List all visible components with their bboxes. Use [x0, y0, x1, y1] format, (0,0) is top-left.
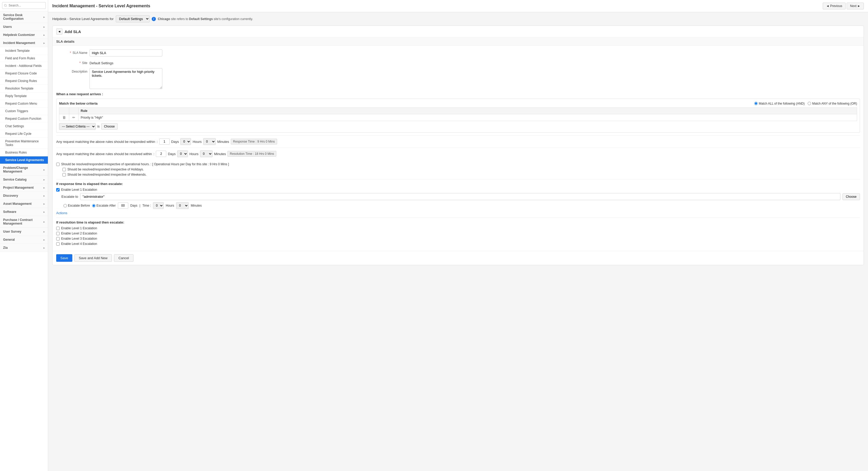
- respond-within-row: Any request matching the above rules sho…: [56, 135, 860, 148]
- match-any-label[interactable]: Match ANY of the following (OR): [808, 102, 857, 105]
- enable-level1-resolution-checkbox[interactable]: [56, 227, 60, 230]
- escalate-choose-button[interactable]: Choose: [842, 193, 860, 200]
- sidebar-subitem-label-reply-template: Reply Template: [5, 94, 27, 98]
- escalate-before-radio[interactable]: [63, 204, 67, 208]
- edit-icon[interactable]: ✏: [71, 115, 76, 120]
- delete-icon[interactable]: 🗑: [61, 115, 67, 120]
- form-card-header: ◄ Add SLA: [53, 26, 864, 37]
- sla-name-input[interactable]: [90, 50, 162, 57]
- sidebar-item-discovery[interactable]: Discovery▸: [0, 192, 48, 200]
- next-button[interactable]: Next ►: [847, 3, 864, 9]
- sidebar-item-helpdesk-customizer[interactable]: Helpdesk Customizer▸: [0, 31, 48, 39]
- holidays-checkbox[interactable]: [62, 168, 66, 171]
- sidebar-subitem-reply-template[interactable]: Reply Template: [0, 92, 48, 100]
- sidebar-item-purchase-contract[interactable]: Purchase / Contract Management▸: [0, 216, 48, 228]
- holidays-row: Should be resolved/responded irrespectiv…: [62, 167, 860, 171]
- main-header: Incident Management - Service Level Agre…: [48, 0, 868, 12]
- sidebar-subitem-request-closure-code[interactable]: Request Closure Code: [0, 70, 48, 77]
- actions-link[interactable]: Actions: [56, 211, 67, 215]
- site-row: * Site Default Settings: [56, 60, 860, 65]
- sla-name-row: * SLA Name: [56, 50, 860, 57]
- weekends-checkbox[interactable]: [62, 173, 66, 177]
- resolve-time-badge: Resolution Time : 18 Hrs 0 Mins: [227, 151, 276, 157]
- search-input[interactable]: [2, 2, 46, 9]
- form-body: * SLA Name * Site Default Settings Descr…: [53, 46, 864, 251]
- description-row: Description Service Level Agreements for…: [56, 68, 860, 89]
- resolve-hours-select[interactable]: 0123: [177, 150, 188, 157]
- sidebar-subitem-request-custom-menu[interactable]: Request Custom Menu: [0, 100, 48, 107]
- sidebar-subitem-custom-triggers[interactable]: Custom Triggers: [0, 107, 48, 115]
- save-and-add-new-button[interactable]: Save and Add New: [74, 254, 112, 262]
- enable-level3-resolution-checkbox[interactable]: [56, 237, 60, 241]
- sidebar-subitem-chat-settings[interactable]: Chat Settings: [0, 123, 48, 130]
- operational-hours-checkbox[interactable]: [56, 163, 60, 166]
- sidebar-subitem-request-life-cycle[interactable]: Request Life Cycle: [0, 130, 48, 138]
- enable-level3-resolution-row: Enable Level 3 Escalation: [56, 237, 860, 241]
- criteria-delete-icon[interactable]: 🗑: [59, 114, 69, 121]
- save-button[interactable]: Save: [56, 254, 72, 262]
- form-footer: Save Save and Add New Cancel: [53, 251, 864, 265]
- escalate-before-label[interactable]: Escalate Before: [63, 204, 90, 208]
- cancel-button[interactable]: Cancel: [114, 254, 133, 262]
- sidebar-subitem-label-chat-settings: Chat Settings: [5, 124, 24, 128]
- resolve-minutes-select[interactable]: 0153045: [200, 150, 213, 157]
- sidebar-subitem-field-form-rules[interactable]: Field and Form Rules: [0, 55, 48, 62]
- match-all-label[interactable]: Match ALL of the following (AND): [754, 102, 805, 105]
- respond-label: Any request matching the above rules sho…: [56, 140, 155, 144]
- sidebar-item-asset-management[interactable]: Asset Management▸: [0, 200, 48, 208]
- sidebar-subitem-incident-additional-fields[interactable]: Incident - Additional Fields: [0, 62, 48, 70]
- description-textarea[interactable]: Service Level Agreements for high priori…: [90, 68, 162, 89]
- sidebar-subitem-request-closing-rules[interactable]: Request Closing Rules: [0, 77, 48, 85]
- sidebar-subitem-incident-template[interactable]: Incident Template: [0, 47, 48, 55]
- sidebar-item-service-catalog[interactable]: Service Catalog▸: [0, 176, 48, 184]
- sidebar-item-users[interactable]: Users▸: [0, 23, 48, 31]
- sidebar-item-label-service-desk-config: Service Desk Configuration: [3, 13, 43, 21]
- sidebar-item-label-project-management: Project Management: [3, 186, 34, 189]
- chevron-icon: ▸: [43, 186, 45, 189]
- respond-days-input[interactable]: [159, 138, 169, 145]
- enable-level2-resolution-row: Enable Level 2 Escalation: [56, 231, 860, 235]
- criteria-edit-icon[interactable]: ✏: [69, 114, 79, 121]
- escalate-hours-select[interactable]: 012: [153, 202, 164, 209]
- chevron-icon: ▸: [43, 168, 45, 171]
- sidebar-item-software[interactable]: Software▸: [0, 208, 48, 216]
- sidebar-item-label-service-catalog: Service Catalog: [3, 178, 27, 181]
- enable-level4-resolution-checkbox[interactable]: [56, 242, 60, 246]
- sidebar-item-service-desk-config[interactable]: Service Desk Configuration▸: [0, 11, 48, 23]
- sidebar-item-problem-change-management[interactable]: Problem/Change Management▸: [0, 164, 48, 176]
- site-dropdown[interactable]: Default Settings: [116, 15, 150, 22]
- sidebar-item-user-survey[interactable]: User Survey▸: [0, 228, 48, 236]
- sla-name-required-indicator: *: [70, 51, 71, 55]
- sidebar-subitem-business-rules[interactable]: Business Rules: [0, 149, 48, 156]
- escalate-days-input[interactable]: [118, 202, 128, 209]
- enable-level1-response-checkbox[interactable]: [56, 188, 60, 191]
- resolve-days-input[interactable]: [156, 151, 166, 157]
- sidebar-item-label-general: General: [3, 238, 15, 242]
- enable-level3-resolution-label: Enable Level 3 Escalation: [61, 237, 97, 241]
- sidebar-subitem-resolution-template[interactable]: Resolution Template: [0, 85, 48, 92]
- match-all-radio[interactable]: [754, 102, 758, 105]
- chevron-icon: ▸: [43, 26, 45, 28]
- escalate-to-input[interactable]: [80, 193, 840, 200]
- sidebar-item-project-management[interactable]: Project Management▸: [0, 184, 48, 192]
- enable-level2-resolution-checkbox[interactable]: [56, 232, 60, 235]
- sidebar-item-zia[interactable]: Zia▸: [0, 244, 48, 252]
- back-button[interactable]: ◄: [56, 28, 62, 35]
- sidebar-subitem-preventive-maintenance-tasks[interactable]: Preventive Maintenance Tasks: [0, 138, 48, 149]
- sidebar-subitem-service-level-agreements[interactable]: Service Level Agreements: [0, 156, 48, 164]
- respond-hours-select[interactable]: 0123: [180, 138, 191, 145]
- select-criteria-dropdown[interactable]: --- Select Criteria ---: [59, 123, 96, 130]
- sidebar-subitem-request-custom-function[interactable]: Request Custom Function: [0, 115, 48, 123]
- choose-button[interactable]: Choose: [101, 123, 118, 130]
- escalate-after-label[interactable]: Escalate After: [92, 204, 116, 208]
- sidebar-item-incident-management[interactable]: Incident Management▸: [0, 39, 48, 47]
- sla-details-section-title: SLA details: [53, 37, 864, 46]
- sidebar-item-label-asset-management: Asset Management: [3, 202, 31, 206]
- enable-level1-response-label: Enable Level 1 Escalation: [61, 188, 97, 191]
- respond-minutes-select[interactable]: 0153045: [203, 138, 216, 145]
- escalate-minutes-select[interactable]: 01530: [176, 202, 189, 209]
- escalate-after-radio[interactable]: [92, 204, 95, 208]
- sidebar-item-general[interactable]: General▸: [0, 236, 48, 244]
- previous-button[interactable]: ◄ Previous: [823, 3, 846, 9]
- match-any-radio[interactable]: [808, 102, 811, 105]
